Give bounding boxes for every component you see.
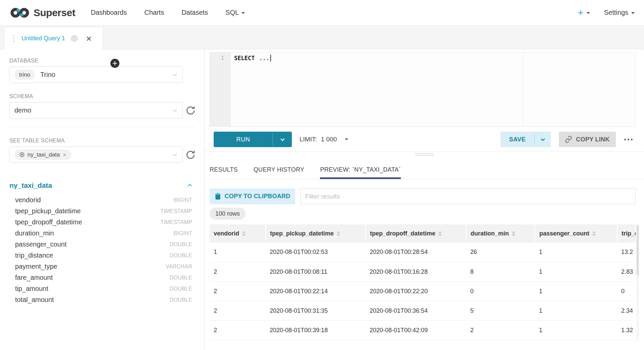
ellipsis-icon: [624, 139, 626, 140]
row-count-badge: 100 rows: [210, 208, 246, 220]
tab-query-history[interactable]: QUERY HISTORY: [254, 160, 305, 179]
refresh-tables-button[interactable]: [184, 148, 197, 161]
brand-name: Superset: [34, 7, 75, 18]
selected-table-tag: ny_taxi_data: [14, 149, 71, 160]
main-nav: Dashboards Charts Datasets SQL: [91, 9, 245, 16]
run-options-button[interactable]: [273, 132, 292, 147]
text-cursor: [270, 55, 271, 61]
query-tabstrip: Untitled Query 1: [0, 26, 644, 49]
superset-infinity-icon: [10, 7, 30, 19]
column-row: trip_distanceDOUBLE: [0, 250, 205, 261]
column-header-passenger-count[interactable]: passenger_count: [535, 224, 617, 243]
copy-link-button[interactable]: COPY LINK: [559, 132, 616, 147]
link-icon: [565, 136, 572, 143]
table-name: ny_taxi_data: [9, 181, 52, 189]
column-header-tpep-dropoff-datetime[interactable]: tpep_dropoff_datetime: [366, 224, 466, 243]
table-scrollbar[interactable]: [636, 224, 639, 341]
editor-code-line[interactable]: SELECT...: [231, 52, 635, 126]
save-button-group: SAVE: [500, 132, 551, 147]
save-button[interactable]: SAVE: [500, 132, 534, 147]
plus-icon: [113, 61, 117, 65]
tab-results[interactable]: RESULTS: [210, 160, 238, 179]
editor-gutter: 1: [210, 52, 231, 126]
database-label: DATABASE: [9, 58, 38, 64]
column-row: duration_minBIGINT: [0, 228, 205, 239]
refresh-schemas-button[interactable]: [184, 104, 197, 117]
tab-preview-ny-taxi-data[interactable]: PREVIEW: `NY_TAXI_DATA`: [320, 160, 401, 179]
results-tabbar: RESULTS QUERY HISTORY PREVIEW: `NY_TAXI_…: [210, 160, 644, 179]
limit-dropdown[interactable]: LIMIT: 1 000: [300, 132, 348, 147]
schema-label: SCHEMA: [9, 93, 33, 99]
filter-results-input[interactable]: [300, 188, 636, 204]
database-select[interactable]: trino Trino: [9, 67, 183, 83]
column-header-vendorid[interactable]: vendorid: [210, 224, 266, 243]
sidebar-divider: [9, 127, 195, 127]
table-row: 2 2020-08-01T00:08:11 2020-08-01T00:16:2…: [210, 262, 636, 281]
see-table-schema-label: SEE TABLE SCHEMA: [9, 138, 65, 144]
chevron-down-icon: [172, 152, 178, 158]
new-query-tab-button[interactable]: [110, 59, 119, 68]
table-schema-select[interactable]: ny_taxi_data: [9, 146, 183, 163]
results-table-container: vendorid tpep_pickup_datetime tpep_dropo…: [210, 224, 636, 341]
superset-logo[interactable]: Superset: [10, 7, 75, 19]
sql-editor-pane: 1 SELECT... RUN LIMIT: 1 000 SAVE: [205, 49, 644, 350]
nav-dashboards[interactable]: Dashboards: [91, 9, 127, 16]
nav-datasets[interactable]: Datasets: [181, 9, 208, 16]
clipboard-icon: [215, 193, 221, 200]
schema-select[interactable]: demo: [9, 102, 183, 119]
close-tab-button[interactable]: [86, 36, 92, 41]
refresh-icon: [185, 105, 196, 116]
limit-value: 1 000: [321, 136, 337, 143]
chevron-down-icon: [172, 72, 178, 78]
nav-charts[interactable]: Charts: [144, 9, 164, 16]
column-header-tpep-pickup-datetime[interactable]: tpep_pickup_datetime: [266, 224, 366, 243]
table-schema-header[interactable]: ny_taxi_data: [9, 180, 193, 190]
remove-table-icon[interactable]: [63, 153, 67, 157]
column-row: payment_typeVARCHAR: [0, 261, 205, 272]
plus-icon: +: [578, 8, 584, 17]
save-options-button[interactable]: [535, 132, 551, 147]
chevron-up-icon[interactable]: [187, 182, 193, 188]
column-row: tpep_dropoff_datetimeTIMESTAMP: [0, 217, 205, 228]
copy-to-clipboard-button[interactable]: COPY TO CLIPBOARD: [210, 188, 295, 204]
eye-icon: [19, 152, 25, 158]
close-icon: [86, 36, 92, 41]
navbar-right: + Settings: [578, 8, 635, 17]
table-header-row: vendorid tpep_pickup_datetime tpep_dropo…: [210, 224, 636, 243]
new-item-menu-button[interactable]: +: [578, 8, 590, 17]
drag-handle-icon[interactable]: [13, 35, 14, 42]
column-header-duration-min[interactable]: duration_min: [466, 224, 535, 243]
settings-menu-button[interactable]: Settings: [604, 9, 635, 16]
chevron-down-icon: [345, 138, 348, 140]
chevron-down-icon: [241, 12, 245, 14]
table-columns-list: vendoridBIGINT tpep_pickup_datetimeTIMES…: [0, 194, 205, 305]
sort-icon: [592, 231, 596, 236]
query-status-indicator: [71, 35, 78, 42]
run-button[interactable]: RUN: [214, 132, 273, 147]
more-options-button[interactable]: [620, 132, 637, 147]
schema-value: demo: [14, 106, 31, 114]
sort-icon: [512, 231, 515, 236]
table-row: 2 2020-08-01T00:22:14 2020-08-01T00:22:2…: [210, 281, 636, 301]
query-tab-untitled-query-1[interactable]: Untitled Query 1: [4, 27, 103, 50]
nav-sql-menu[interactable]: SQL: [225, 9, 245, 16]
sql-code-editor[interactable]: 1 SELECT...: [210, 52, 636, 127]
pane-resize-handle[interactable]: [415, 153, 434, 156]
scrollbar-thumb[interactable]: [637, 225, 639, 275]
chevron-down-icon: [280, 137, 285, 142]
query-tab-title: Untitled Query 1: [21, 35, 65, 42]
table-row: 2 2020-08-01T00:31:35 2020-08-01T00:36:5…: [210, 301, 636, 320]
table-row: 1 2020-08-01T00:02:53 2020-08-01T00:28:5…: [210, 243, 636, 262]
column-row: tip_amountDOUBLE: [0, 283, 205, 294]
column-header-trip-distance[interactable]: trip_distance: [617, 224, 636, 243]
column-row: passenger_countDOUBLE: [0, 239, 205, 250]
column-row: total_amountDOUBLE: [0, 294, 205, 305]
column-row: vendoridBIGINT: [0, 194, 205, 206]
chevron-down-icon: [587, 12, 590, 14]
results-table: vendorid tpep_pickup_datetime tpep_dropo…: [210, 224, 636, 340]
sql-keyword: SELECT: [234, 55, 255, 61]
sql-lab-sidebar: DATABASE trino Trino SCHEMA demo SEE TAB…: [0, 49, 205, 350]
sort-icon: [337, 231, 340, 236]
line-number: 1: [221, 55, 224, 61]
toolbar-divider: [205, 151, 644, 151]
